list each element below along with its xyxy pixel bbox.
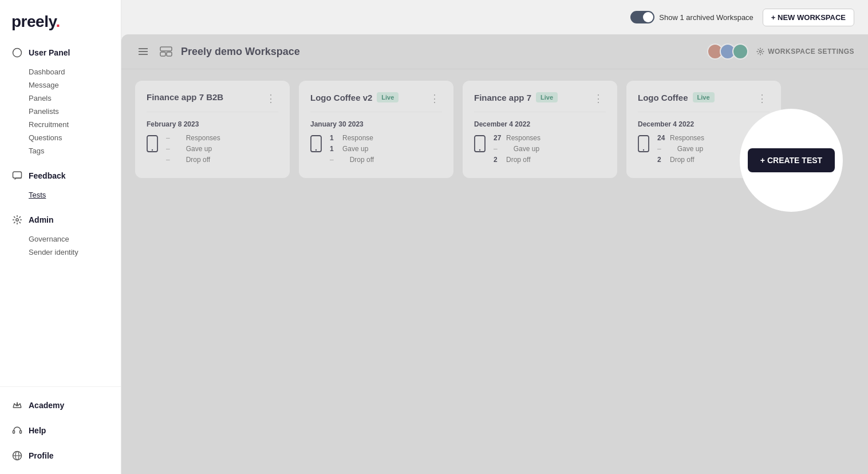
chat-icon [11, 170, 23, 181]
nav-section-admin: Admin Governance Sender identity [0, 208, 121, 261]
sidebar-item-tests[interactable]: Tests [29, 188, 121, 202]
toggle-knob [643, 12, 653, 22]
sidebar-item-feedback[interactable]: Feedback [0, 164, 121, 187]
headphones-icon [11, 425, 23, 436]
archived-toggle-wrapper: Show 1 archived Workspace [630, 11, 753, 23]
sidebar-item-user-panel[interactable]: User Panel [0, 41, 121, 64]
overlay: + CREATE TEST [121, 34, 868, 474]
svg-rect-1 [13, 172, 22, 178]
sidebar-item-dashboard[interactable]: Dashboard [29, 65, 121, 78]
circle-icon [11, 47, 23, 58]
sidebar-item-help[interactable]: Help [0, 418, 121, 443]
sidebar-bottom: Academy Help Profile [0, 386, 121, 474]
logo: preely. [0, 0, 121, 41]
sidebar-item-academy[interactable]: Academy [0, 393, 121, 418]
svg-point-2 [16, 219, 18, 221]
sidebar: preely. User Panel Dashboard Message Pan… [0, 0, 121, 474]
crown-icon [11, 400, 23, 411]
archived-toggle[interactable] [630, 11, 654, 23]
logo-text: preely. [11, 13, 60, 30]
sidebar-item-panelists[interactable]: Panelists [29, 105, 121, 118]
sidebar-item-recruitment[interactable]: Recruitment [29, 118, 121, 131]
user-panel-sub-items: Dashboard Message Panels Panelists Recru… [0, 64, 121, 160]
sidebar-item-profile[interactable]: Profile [0, 443, 121, 468]
svg-rect-3 [13, 430, 15, 433]
nav-section-feedback: Feedback Tests [0, 164, 121, 204]
nav-section-user-panel: User Panel Dashboard Message Panels Pane… [0, 41, 121, 160]
sidebar-item-message[interactable]: Message [29, 78, 121, 92]
svg-rect-4 [20, 430, 22, 433]
sidebar-item-governance[interactable]: Governance [29, 232, 121, 246]
sidebar-item-tags[interactable]: Tags [29, 144, 121, 157]
sidebar-nav: User Panel Dashboard Message Panels Pane… [0, 41, 121, 386]
workspace-area: Preely demo Workspace WORKSPACE SETTINGS [121, 34, 868, 474]
circle-highlight: + CREATE TEST [740, 109, 843, 212]
main-content: Show 1 archived Workspace + NEW WORKSPAC… [121, 0, 868, 474]
svg-point-0 [13, 49, 22, 57]
sidebar-item-panels[interactable]: Panels [29, 92, 121, 105]
admin-sub-items: Governance Sender identity [0, 231, 121, 261]
feedback-sub-items: Tests [0, 187, 121, 204]
sidebar-item-sender-identity[interactable]: Sender identity [29, 246, 121, 259]
topbar: Show 1 archived Workspace + NEW WORKSPAC… [121, 0, 868, 34]
settings-icon [11, 214, 23, 226]
archived-toggle-label: Show 1 archived Workspace [659, 13, 753, 22]
globe-icon [11, 450, 23, 461]
sidebar-item-questions[interactable]: Questions [29, 131, 121, 144]
new-workspace-button[interactable]: + NEW WORKSPACE [763, 9, 854, 26]
create-test-button[interactable]: + CREATE TEST [748, 148, 835, 172]
sidebar-item-admin[interactable]: Admin [0, 208, 121, 231]
